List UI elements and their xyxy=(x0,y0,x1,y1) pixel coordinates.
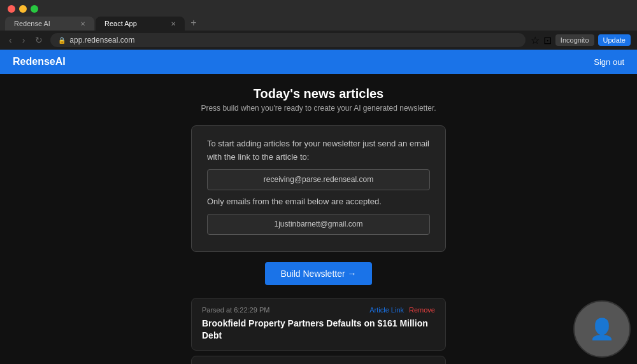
extension-icon[interactable]: ⊡ xyxy=(543,34,552,46)
article-card-0: Parsed at 6:22:29 PM Article Link Remove… xyxy=(191,298,446,351)
maximize-button[interactable] xyxy=(31,5,38,13)
article-card-1: Parsed at 2:45:42 PM Article Link Remove… xyxy=(191,356,446,364)
instruction-text-2: Only emails from the email below are acc… xyxy=(207,195,430,209)
article-link-button[interactable]: Article Link xyxy=(369,306,404,314)
page-title: Today's news articles xyxy=(13,87,624,101)
refresh-button[interactable]: ↻ xyxy=(32,34,45,46)
browser-chrome: Redense AI ✕ React App ✕ + ‹ › ↻ 🔒 app.r… xyxy=(0,0,637,50)
sign-out-button[interactable]: Sign out xyxy=(594,57,624,67)
instruction-text-1: To start adding articles for your newsle… xyxy=(207,137,430,164)
receiving-email: receiving@parse.redenseal.com xyxy=(207,169,430,190)
instruction-box: To start adding articles for your newsle… xyxy=(191,125,446,252)
user-avatar: 👤 xyxy=(573,300,631,358)
app-header: RedenseAI Sign out xyxy=(0,50,637,74)
new-tab-button[interactable]: + xyxy=(186,15,201,31)
address-bar-row: ‹ › ↻ 🔒 app.redenseal.com ☆ ⊡ Incognito … xyxy=(0,31,637,50)
app-logo: RedenseAI xyxy=(13,56,66,67)
article-time: Parsed at 6:22:29 PM xyxy=(202,306,269,314)
traffic-lights xyxy=(0,0,637,15)
user-email: 1justinbarnett@gmail.com xyxy=(207,214,430,235)
update-button[interactable]: Update xyxy=(598,34,631,46)
article-title: Brookfield Property Partners Defaults on… xyxy=(202,318,435,342)
browser-actions: ☆ ⊡ Incognito Update xyxy=(531,34,631,46)
tab-label: React App xyxy=(104,20,137,27)
forward-button[interactable]: › xyxy=(20,34,28,46)
article-actions: Article Link Remove xyxy=(369,306,435,314)
app-content: Today's news articles Press build when y… xyxy=(0,74,637,364)
tab-close-icon[interactable]: ✕ xyxy=(80,20,85,27)
tab-close-icon[interactable]: ✕ xyxy=(171,20,176,27)
tab-label: Redense AI xyxy=(14,20,50,27)
lock-icon: 🔒 xyxy=(58,37,66,44)
back-button[interactable]: ‹ xyxy=(6,34,15,46)
article-remove-button[interactable]: Remove xyxy=(409,306,435,314)
tab-react-app[interactable]: React App ✕ xyxy=(96,17,185,31)
page-subtitle: Press build when you're ready to create … xyxy=(13,104,624,113)
tab-redense-ai[interactable]: Redense AI ✕ xyxy=(5,17,94,31)
minimize-button[interactable] xyxy=(19,5,27,13)
address-text: app.redenseal.com xyxy=(69,36,134,45)
address-bar[interactable]: 🔒 app.redenseal.com xyxy=(50,33,526,47)
tab-bar: Redense AI ✕ React App ✕ + xyxy=(0,15,637,31)
incognito-badge: Incognito xyxy=(555,34,594,46)
article-meta: Parsed at 6:22:29 PM Article Link Remove xyxy=(202,306,435,314)
build-newsletter-button[interactable]: Build Newsletter → xyxy=(265,262,371,285)
close-button[interactable] xyxy=(8,5,15,13)
star-icon[interactable]: ☆ xyxy=(531,34,540,46)
